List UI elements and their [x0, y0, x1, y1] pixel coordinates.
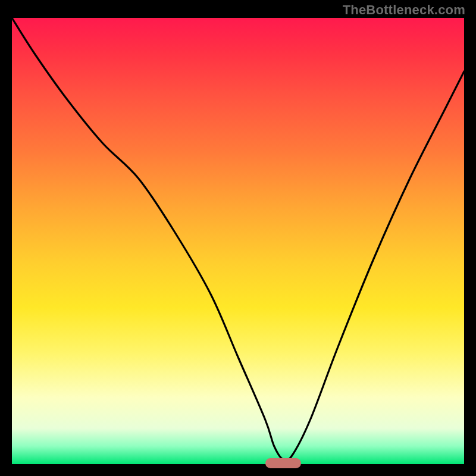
- chart-frame: TheBottleneck.com: [0, 0, 476, 476]
- bottleneck-curve: [12, 18, 464, 464]
- optimum-marker: [265, 458, 302, 468]
- plot-area: [12, 18, 464, 464]
- watermark-text: TheBottleneck.com: [343, 2, 465, 18]
